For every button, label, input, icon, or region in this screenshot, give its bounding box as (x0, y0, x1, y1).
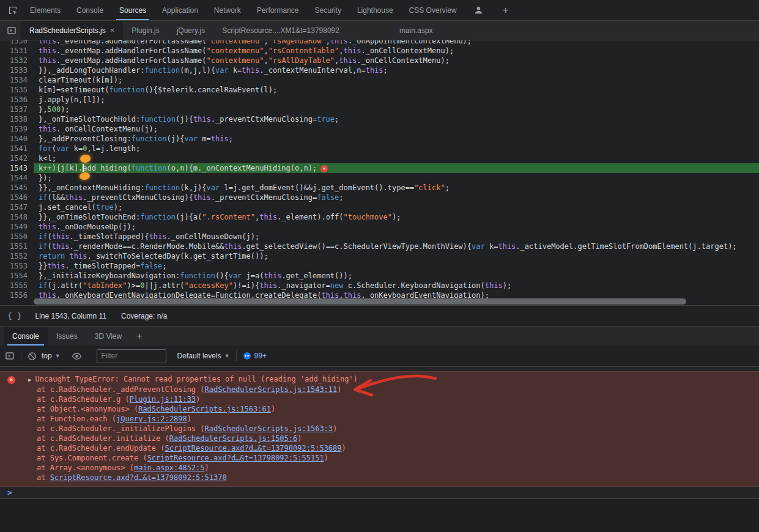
line-number[interactable]: 1553 (0, 261, 34, 271)
line-number[interactable]: 1538 (0, 114, 34, 124)
source-editor[interactable]: 1530this._eventMap.addHandlerForClassNam… (0, 40, 759, 305)
stack-frame-link[interactable]: RadSchedulerScripts.js:1543:11 (205, 385, 338, 394)
code-text[interactable]: clearTimeout(k[m]); (34, 75, 759, 85)
stack-frame-link[interactable]: RadSchedulerScripts.js:1563:61 (138, 405, 271, 413)
line-number[interactable]: 1545 (0, 183, 34, 193)
code-text[interactable]: this._eventMap.addHandlerForClassName("c… (34, 40, 759, 46)
log-levels-selector[interactable]: Default levels ▼ (177, 352, 230, 360)
console-sidebar-icon[interactable] (5, 351, 15, 361)
code-line-1554[interactable]: 1554},_initializeKeyboardNavigation:func… (0, 271, 759, 281)
code-line-1536[interactable]: 1536j.apply(n,[l]); (0, 95, 759, 105)
stack-frame-link[interactable]: RadSchedulerScripts.js:1505:6 (169, 434, 298, 443)
code-text[interactable]: if(this._renderMode==c.RenderMode.Mobile… (34, 242, 759, 251)
code-text[interactable]: k[m]=setTimeout(function(){$telerik.canc… (34, 85, 759, 95)
code-line-1543[interactable]: 1543k++){j[k].add_hiding(function(o,n){m… (0, 163, 759, 173)
messages-badge[interactable]: 99+ (243, 352, 267, 360)
code-line-1534[interactable]: 1534clearTimeout(k[m]); (0, 75, 759, 85)
file-tab-plugin-js[interactable]: Plugin.js (123, 21, 168, 40)
code-line-1533[interactable]: 1533}},_addLongTouchHandler:function(m,j… (0, 65, 759, 75)
navigator-toggle-icon[interactable] (2, 21, 21, 40)
code-text[interactable]: j.set_cancel(true); (34, 202, 759, 212)
line-number[interactable]: 1546 (0, 193, 34, 202)
line-number[interactable]: 1541 (0, 144, 34, 153)
code-line-1548[interactable]: 1548}},_onTimeSlotTouchEnd:function(j){a… (0, 212, 759, 222)
code-text[interactable]: return this._switchToSelectedDay(k.get_s… (34, 251, 759, 261)
main-tab-application[interactable]: Application (154, 0, 206, 20)
main-tab-security[interactable]: Security (307, 0, 349, 20)
code-line-1535[interactable]: 1535k[m]=setTimeout(function(){$telerik.… (0, 85, 759, 95)
line-number[interactable]: 1535 (0, 85, 34, 95)
code-line-1547[interactable]: 1547j.set_cancel(true); (0, 202, 759, 212)
code-line-1551[interactable]: 1551if(this._renderMode==c.RenderMode.Mo… (0, 242, 759, 251)
code-text[interactable]: }},_onContextMenuHiding:function(k,j){va… (34, 183, 759, 193)
code-text[interactable]: }},_onTimeSlotTouchEnd:function(j){a(".r… (34, 212, 759, 222)
main-tab-network[interactable]: Network (206, 0, 249, 20)
line-number[interactable]: 1550 (0, 232, 34, 242)
main-tab-sources[interactable]: Sources (111, 0, 154, 20)
file-tab-scriptresource-xm1-t-13798092[interactable]: ScriptResource....XM1&t=13798092 (213, 21, 348, 40)
console-filter-input[interactable] (97, 349, 166, 363)
drawer-tab-console[interactable]: Console (4, 327, 48, 345)
code-line-1553[interactable]: 1553}}this._timeSlotTapped=false; (0, 261, 759, 271)
line-number[interactable]: 1537 (0, 105, 34, 114)
stack-frame-link[interactable]: jQuery.js:2:2898 (116, 415, 187, 423)
code-text[interactable]: },_addPreventClosing:function(j){var m=t… (34, 134, 759, 144)
add-drawer-tab-icon[interactable]: + (130, 327, 148, 345)
code-line-1552[interactable]: 1552return this._switchToSelectedDay(k.g… (0, 251, 759, 261)
code-text[interactable]: }},_addLongTouchHandler:function(m,j,l){… (34, 65, 759, 75)
code-text[interactable]: this._onDocMouseUp(j); (34, 222, 759, 232)
code-text[interactable]: this._eventMap.addHandlerForClassName("c… (34, 46, 759, 56)
code-line-1544[interactable]: 1544}); (0, 173, 759, 183)
code-line-1540[interactable]: 1540},_addPreventClosing:function(j){var… (0, 134, 759, 144)
code-text[interactable]: k++){j[k].add_hiding(function(o,n){m._on… (34, 163, 759, 173)
code-text[interactable]: if(l&&this._preventCtxMenuClosing){this.… (34, 193, 759, 202)
code-line-1532[interactable]: 1532this._eventMap.addHandlerForClassNam… (0, 56, 759, 65)
close-icon[interactable]: × (110, 26, 115, 34)
stack-frame-link[interactable]: Plugin.js:11:33 (130, 395, 196, 404)
main-tab-css-overview[interactable]: CSS Overview (401, 0, 465, 20)
file-tab-main-aspx[interactable]: main.aspx (391, 21, 442, 40)
stack-frame-link[interactable]: main.aspx:4852:5 (134, 464, 205, 472)
code-text[interactable]: },_onTimeSlotTouchHold:function(j){this.… (34, 114, 759, 124)
line-number[interactable]: 1548 (0, 212, 34, 222)
add-panel-icon[interactable]: + (497, 0, 515, 20)
code-text[interactable]: },500); (34, 105, 759, 114)
code-line-1546[interactable]: 1546if(l&&this._preventCtxMenuClosing){t… (0, 193, 759, 202)
line-number[interactable]: 1540 (0, 134, 34, 144)
code-text[interactable]: if(j.attr("tabIndex")>=0||j.attr("access… (34, 281, 759, 290)
code-line-1550[interactable]: 1550if(this._timeSlotTapped){this._onCel… (0, 232, 759, 242)
profile-icon[interactable] (470, 0, 488, 20)
code-line-1541[interactable]: 1541for(var k=0,l=j.length; (0, 144, 759, 153)
line-number[interactable]: 1536 (0, 95, 34, 105)
line-number[interactable]: 1530 (0, 40, 34, 46)
disclosure-triangle-icon[interactable]: ▶ (28, 375, 31, 385)
line-number[interactable]: 1532 (0, 56, 34, 65)
code-text[interactable]: this._onCellContextMenu(j); (34, 124, 759, 134)
code-text[interactable]: j.apply(n,[l]); (34, 95, 759, 105)
line-number[interactable]: 1533 (0, 65, 34, 75)
code-line-1549[interactable]: 1549this._onDocMouseUp(j); (0, 222, 759, 232)
line-number[interactable]: 1549 (0, 222, 34, 232)
live-expression-eye-icon[interactable] (72, 351, 82, 361)
stack-frame-link[interactable]: RadSchedulerScripts.js:1563:3 (205, 424, 333, 433)
line-number[interactable]: 1543 (0, 163, 34, 173)
line-number[interactable]: 1544 (0, 173, 34, 183)
line-number[interactable]: 1534 (0, 75, 34, 85)
line-number[interactable]: 1539 (0, 124, 34, 134)
code-line-1531[interactable]: 1531this._eventMap.addHandlerForClassNam… (0, 46, 759, 56)
code-line-1542[interactable]: 1542k<l; (0, 153, 759, 163)
code-text[interactable]: k<l; (34, 153, 759, 163)
code-text[interactable]: if(this._timeSlotTapped){this._onCellMou… (34, 232, 759, 242)
code-text[interactable]: },_initializeKeyboardNavigation:function… (34, 271, 759, 281)
code-line-1530[interactable]: 1530this._eventMap.addHandlerForClassNam… (0, 40, 759, 46)
main-tab-performance[interactable]: Performance (249, 0, 307, 20)
console-empty-area[interactable] (0, 499, 759, 532)
code-line-1538[interactable]: 1538},_onTimeSlotTouchHold:function(j){t… (0, 114, 759, 124)
line-number[interactable]: 1552 (0, 251, 34, 261)
code-line-1545[interactable]: 1545}},_onContextMenuHiding:function(k,j… (0, 183, 759, 193)
file-tab-radschedulerscripts-js[interactable]: RadSchedulerScripts.js× (21, 21, 123, 40)
console-prompt[interactable]: > (0, 487, 759, 499)
line-number[interactable]: 1551 (0, 242, 34, 251)
stack-frame-link[interactable]: ScriptResource.axd?d…&t=13798092:5:51370 (50, 473, 227, 482)
line-number[interactable]: 1555 (0, 281, 34, 290)
